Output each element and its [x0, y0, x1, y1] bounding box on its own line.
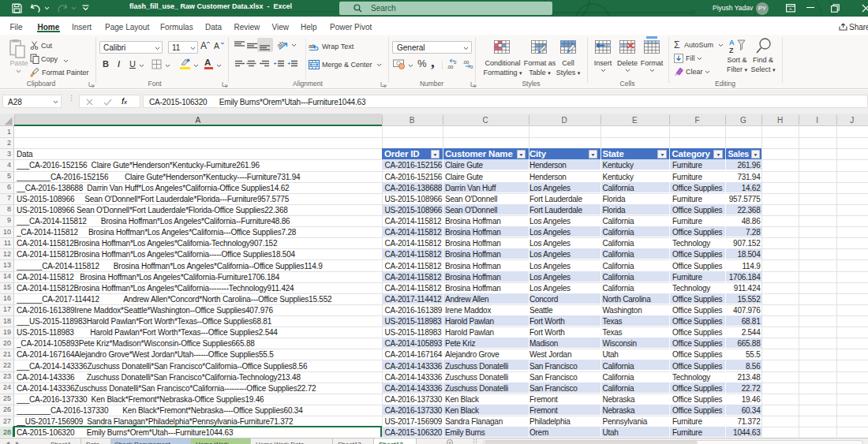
svg-text:.00: .00	[447, 65, 454, 69]
svg-text:A: A	[729, 39, 735, 47]
svg-text:0: 0	[454, 60, 457, 65]
svg-text:.00: .00	[462, 60, 470, 65]
svg-text:Z: Z	[729, 47, 734, 54]
